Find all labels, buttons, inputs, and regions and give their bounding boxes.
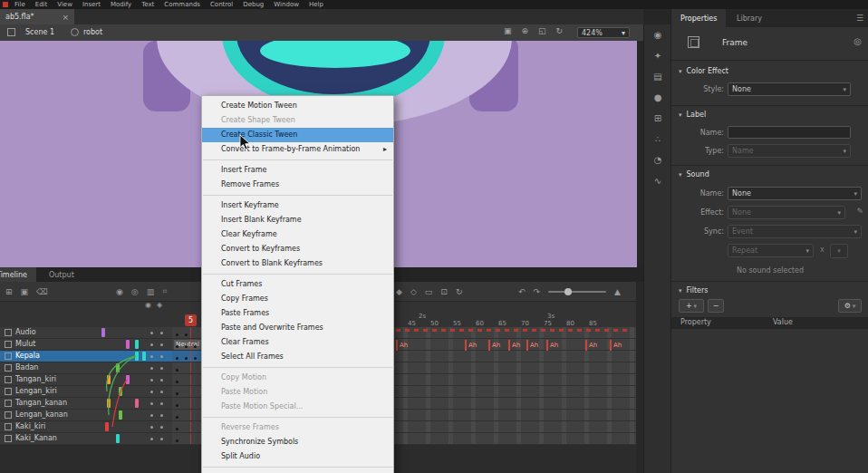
zoom-select[interactable]: 424% ▾ <box>577 27 630 38</box>
layer-tangan-kiri[interactable]: Tangan_kiri <box>0 374 172 386</box>
layer-toggle-dot[interactable] <box>160 379 163 381</box>
layer-toggle-dot[interactable] <box>150 414 153 417</box>
context-menu-item-copy-frames[interactable]: Copy Frames <box>202 292 393 306</box>
context-menu-item-paste-and-overwrite-frames[interactable]: Paste and Overwrite Frames <box>202 321 393 335</box>
layer-toggle-dot[interactable] <box>150 332 153 334</box>
loop-icon[interactable]: ↻ <box>456 287 463 296</box>
context-menu-item-convert-to-frame-by-frame-animation[interactable]: Convert to Frame-by-Frame Animation▸ <box>202 142 393 157</box>
layer-tangan-kanan[interactable]: Tangan_kanan <box>0 398 172 410</box>
filter-options-button[interactable]: ⚙ ▾ <box>838 299 862 313</box>
breadcrumb-symbol[interactable]: robot <box>83 28 102 36</box>
sound-name-select[interactable]: None ▾ <box>728 187 862 200</box>
collapse-triangle-icon[interactable]: ▾ <box>679 68 682 75</box>
delete-layer-icon[interactable]: ⌫ <box>36 287 48 296</box>
stage-centering-icon[interactable]: ⊕ <box>522 26 529 35</box>
layer-toggle-dot[interactable] <box>150 426 153 429</box>
label-name-input[interactable] <box>728 126 851 139</box>
context-menu-item-cut-frames[interactable]: Cut Frames <box>202 277 393 292</box>
menu-view[interactable]: View <box>57 1 72 8</box>
context-menu-item-synchronize-symbols[interactable]: Synchronize Symbols <box>202 435 393 449</box>
collapse-triangle-icon[interactable]: ▾ <box>679 171 682 179</box>
menu-edit[interactable]: Edit <box>35 1 48 8</box>
section-label[interactable]: ▾Label <box>679 111 706 119</box>
layer-toggle-dot[interactable] <box>150 367 153 370</box>
onion-skin-icon[interactable]: ◉ <box>116 287 123 296</box>
frame-size-icon[interactable]: ▲ <box>614 287 621 296</box>
new-folder-icon[interactable]: ▣ <box>21 287 29 296</box>
tab-library[interactable]: Library <box>728 9 771 27</box>
layer-toggle-dot[interactable] <box>160 367 163 370</box>
context-menu-item-clear-keyframe[interactable]: Clear Keyframe <box>202 227 393 242</box>
context-menu-item-clear-frames[interactable]: Clear Frames <box>202 335 393 350</box>
playhead[interactable]: 5 <box>185 314 197 326</box>
layer-kaki-kanan[interactable]: Kaki_Kanan <box>0 433 172 445</box>
layer-toggle-dot[interactable] <box>150 402 153 405</box>
layer-lengan-kanan[interactable]: Lengan_kanan <box>0 410 172 421</box>
document-tab[interactable]: ab5.fla* × <box>0 9 74 24</box>
layer-badan[interactable]: Badan <box>0 362 172 374</box>
rotate-stage-icon[interactable]: ↻ <box>556 26 564 35</box>
frame-options-icon[interactable]: ◎ <box>854 36 862 46</box>
slider-knob[interactable] <box>564 288 572 295</box>
insert-blank-keyframe-icon[interactable]: ◇ <box>410 287 417 296</box>
layer-kepala[interactable]: Kepala <box>0 351 172 362</box>
add-filter-button[interactable]: + ▾ <box>679 299 704 313</box>
clip-content-icon[interactable]: ◱ <box>538 26 546 35</box>
lock-icon[interactable]: ◈ <box>157 301 162 309</box>
context-menu-item-insert-keyframe[interactable]: Insert Keyframe <box>202 198 393 213</box>
layer-toggle-dot[interactable] <box>160 332 163 334</box>
history-icon[interactable]: ◔ <box>644 150 671 170</box>
context-menu-item-convert-to-keyframes[interactable]: Convert to Keyframes <box>202 242 393 256</box>
collapse-triangle-icon[interactable]: ▾ <box>679 111 682 119</box>
step-back-icon[interactable]: ↶ <box>518 287 526 296</box>
context-menu-item-create-motion-tween[interactable]: Create Motion Tween <box>202 99 393 113</box>
menu-text[interactable]: Text <box>141 1 154 8</box>
tab-output[interactable]: Output <box>40 267 83 282</box>
center-playhead-icon[interactable]: ⊡ <box>440 287 448 296</box>
menu-control[interactable]: Control <box>210 1 233 8</box>
context-menu-item-insert-frame[interactable]: Insert Frame <box>202 163 393 178</box>
menu-help[interactable]: Help <box>309 1 323 8</box>
audio-graph-icon[interactable]: ∿ <box>644 170 671 191</box>
panel-menu-icon[interactable]: ☰ <box>856 14 863 23</box>
step-forward-icon[interactable]: ↷ <box>534 287 541 296</box>
layer-mulut[interactable]: Mulut <box>0 339 172 351</box>
tab-timeline[interactable]: Timeline <box>0 267 36 282</box>
section-color-effect[interactable]: ▾Color Effect <box>679 67 728 75</box>
layer-toggle-dot[interactable] <box>150 343 153 346</box>
timeline-zoom-slider[interactable] <box>548 291 606 293</box>
layer-toggle-dot[interactable] <box>160 355 163 358</box>
frame-marker-icon[interactable]: ⌗ <box>162 286 167 296</box>
layer-toggle-dot[interactable] <box>160 414 163 417</box>
layer-toggle-dot[interactable] <box>150 355 153 358</box>
style-select[interactable]: None ▾ <box>728 82 851 96</box>
new-layer-icon[interactable]: ⊞ <box>5 287 13 296</box>
layer-toggle-dot[interactable] <box>150 438 153 440</box>
layer-toggle-dot[interactable] <box>150 379 153 381</box>
layer-audio[interactable]: Audio <box>0 327 172 339</box>
context-menu-item-split-audio[interactable]: Split Audio <box>202 449 393 464</box>
grid-icon[interactable]: ⊞ <box>644 108 671 129</box>
layer-toggle-dot[interactable] <box>160 438 163 440</box>
menu-commands[interactable]: Commands <box>164 1 200 8</box>
section-sound[interactable]: ▾Sound <box>679 170 709 179</box>
camera-icon[interactable]: ◉ <box>644 24 671 45</box>
layer-toggle-dot[interactable] <box>160 343 163 346</box>
section-filters[interactable]: ▾Filters <box>679 286 709 294</box>
menu-file[interactable]: File <box>14 1 25 8</box>
breadcrumb-scene[interactable]: Scene 1 <box>25 28 54 36</box>
context-menu-item-remove-frames[interactable]: Remove Frames <box>202 178 393 192</box>
snap-dots-icon[interactable]: ∴ <box>644 129 671 150</box>
onion-skin-outlines-icon[interactable]: ◎ <box>131 287 139 296</box>
close-tab-icon[interactable]: × <box>62 13 69 22</box>
context-menu-item-convert-to-blank-keyframes[interactable]: Convert to Blank Keyframes <box>202 256 393 271</box>
context-menu-item-paste-frames[interactable]: Paste Frames <box>202 306 393 321</box>
menu-window[interactable]: Window <box>274 1 299 8</box>
layer-toggle-dot[interactable] <box>160 391 163 393</box>
layers-icon[interactable]: ▤ <box>644 66 671 87</box>
info-icon[interactable]: ● <box>644 87 671 108</box>
context-menu-item-insert-blank-keyframe[interactable]: Insert Blank Keyframe <box>202 213 393 227</box>
context-menu-item-create-classic-tween[interactable]: Create Classic Tween <box>202 128 393 142</box>
remove-filter-button[interactable]: − <box>708 299 724 313</box>
insert-keyframe-icon[interactable]: ◆ <box>396 287 402 296</box>
